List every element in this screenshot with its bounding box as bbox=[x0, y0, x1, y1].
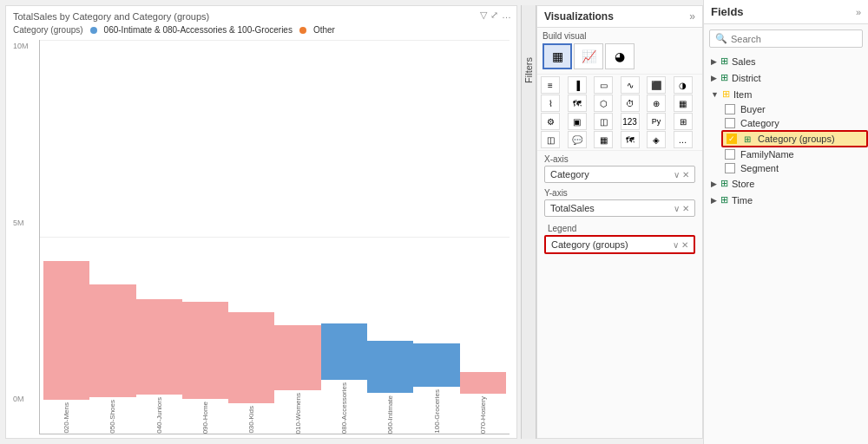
bar-100-groceries-label: 100-Groceries bbox=[433, 389, 441, 434]
segment-checkbox[interactable] bbox=[725, 163, 735, 173]
legend-label: Legend bbox=[544, 224, 695, 233]
viz-type-7[interactable]: ⌇ bbox=[541, 95, 560, 112]
field-familyname[interactable]: FamilyName bbox=[721, 147, 868, 161]
xaxis-clear[interactable]: ✕ bbox=[682, 170, 689, 180]
familyname-label: FamilyName bbox=[740, 149, 794, 160]
field-group-time-header[interactable]: ▶ ⊞ Time bbox=[704, 192, 868, 208]
field-group-sales-header[interactable]: ▶ ⊞ Sales bbox=[704, 53, 868, 69]
xaxis-dropdown[interactable]: Category ∨ ✕ bbox=[544, 166, 695, 183]
yaxis-clear[interactable]: ✕ bbox=[682, 204, 689, 213]
build-visual-section: Build visual ▦ 📈 ◕ bbox=[537, 28, 702, 75]
viz-expand-icon[interactable]: » bbox=[689, 10, 695, 23]
viz-type-9[interactable]: ⬡ bbox=[594, 95, 613, 112]
field-category-groups[interactable]: ✓ ⊞ Category (groups) bbox=[721, 130, 868, 147]
legend-chevron: ∨ bbox=[673, 240, 679, 250]
bar-010-womens-fill bbox=[274, 325, 320, 390]
filters-label: Filters bbox=[523, 57, 534, 83]
field-group-district-header[interactable]: ▶ ⊞ District bbox=[704, 69, 868, 86]
bar-100-groceries-fill bbox=[413, 343, 459, 387]
viz-type-5[interactable]: ⬛ bbox=[647, 76, 666, 94]
field-group-item-header[interactable]: ▼ ⊞ Item bbox=[704, 86, 868, 102]
bar-100-groceries: 100-Groceries bbox=[413, 343, 459, 434]
sales-label: Sales bbox=[732, 56, 756, 67]
bar-090-home-label: 090-Home bbox=[201, 402, 209, 434]
viz-icon-bar-active[interactable]: ▦ bbox=[542, 43, 572, 69]
viz-type-22[interactable]: 🗺 bbox=[621, 131, 640, 148]
district-table-icon: ⊞ bbox=[720, 72, 728, 83]
viz-main-icons: ▦ 📈 ◕ bbox=[542, 43, 697, 69]
viz-type-2[interactable]: ▐ bbox=[568, 76, 587, 94]
legend-section-wrapper: Legend Category (groups) ∨ ✕ bbox=[541, 220, 699, 258]
field-segment[interactable]: Segment bbox=[721, 161, 868, 175]
search-box[interactable]: 🔍 bbox=[709, 29, 863, 48]
bar-010-womens: 010-Womens bbox=[274, 325, 320, 434]
yaxis-dd-icons: ∨ ✕ bbox=[674, 204, 689, 213]
legend-clear[interactable]: ✕ bbox=[681, 240, 688, 250]
viz-type-17[interactable]: Py bbox=[647, 113, 666, 130]
familyname-checkbox[interactable] bbox=[725, 149, 735, 160]
viz-type-6[interactable]: ◑ bbox=[674, 76, 693, 94]
yaxis-value: TotalSales bbox=[550, 203, 595, 213]
field-buyer[interactable]: Buyer bbox=[721, 102, 868, 116]
viz-type-3[interactable]: ▭ bbox=[594, 76, 613, 94]
viz-panel: Visualizations » Build visual ▦ 📈 ◕ ≡ ▐ … bbox=[536, 5, 703, 439]
viz-type-4[interactable]: ∿ bbox=[621, 76, 640, 94]
fields-expand-icon[interactable]: » bbox=[856, 7, 861, 17]
y-label-5m: 5M bbox=[13, 219, 39, 227]
middle-section: Filters Visualizations » Build visual ▦ … bbox=[521, 5, 703, 439]
bar-060-intimate-label: 060-Intimate bbox=[386, 395, 394, 434]
yaxis-dropdown[interactable]: TotalSales ∨ ✕ bbox=[544, 199, 695, 217]
viz-icon-line[interactable]: 📈 bbox=[574, 43, 603, 69]
field-group-time: ▶ ⊞ Time bbox=[704, 192, 868, 208]
viz-type-16[interactable]: 123 bbox=[621, 113, 640, 130]
store-label: Store bbox=[732, 179, 754, 189]
item-table-icon: ⊞ bbox=[722, 88, 730, 100]
category-groups-table-icon: ⊞ bbox=[744, 134, 751, 144]
viz-type-20[interactable]: 💬 bbox=[568, 131, 587, 148]
bar-050-shoes-label: 050-Shoes bbox=[108, 400, 116, 434]
chart-body: 0M 5M 10M 020-Mens 050-Sho bbox=[13, 40, 510, 434]
more-icon[interactable]: … bbox=[502, 10, 511, 21]
category-groups-label: Category (groups) bbox=[758, 134, 835, 144]
field-group-store-header[interactable]: ▶ ⊞ Store bbox=[704, 175, 868, 192]
buyer-checkbox[interactable] bbox=[725, 104, 735, 114]
bar-080-accessories: 080-Accessories bbox=[321, 323, 367, 434]
viz-icon-pie[interactable]: ◕ bbox=[605, 43, 635, 69]
bar-020-mens: 020-Mens bbox=[43, 261, 89, 434]
viz-type-8[interactable]: 🗺 bbox=[568, 95, 587, 112]
legend-dot-orange bbox=[299, 27, 306, 34]
bar-040-juniors: 040-Juniors bbox=[136, 299, 182, 434]
field-category[interactable]: Category bbox=[721, 116, 868, 130]
expand-icon[interactable]: ⤢ bbox=[490, 10, 498, 21]
viz-type-14[interactable]: ▣ bbox=[568, 113, 587, 130]
viz-header: Visualizations » bbox=[537, 6, 702, 28]
bar-010-womens-label: 010-Womens bbox=[294, 393, 302, 434]
search-input[interactable] bbox=[731, 34, 857, 44]
category-groups-checkbox[interactable]: ✓ bbox=[727, 134, 737, 144]
viz-type-11[interactable]: ⊕ bbox=[647, 95, 666, 112]
category-checkbox[interactable] bbox=[725, 118, 735, 128]
legend-dot-blue bbox=[90, 27, 97, 34]
item-chevron: ▼ bbox=[711, 90, 719, 99]
time-label: Time bbox=[732, 195, 753, 206]
viz-type-15[interactable]: ◫ bbox=[594, 113, 613, 130]
viz-icons-grid: ≡ ▐ ▭ ∿ ⬛ ◑ ⌇ 🗺 ⬡ ⏱ ⊕ ▦ ⚙ ▣ ◫ 123 Py ⊞ bbox=[537, 75, 702, 151]
viz-type-13[interactable]: ⚙ bbox=[541, 113, 560, 130]
viz-type-12[interactable]: ▦ bbox=[674, 95, 693, 112]
y-label-0: 0M bbox=[13, 395, 39, 403]
chart-toolbar: ▽ ⤢ … bbox=[480, 10, 511, 21]
viz-type-1[interactable]: ≡ bbox=[541, 76, 560, 94]
viz-type-19[interactable]: ◫ bbox=[541, 131, 560, 148]
legend-dropdown[interactable]: Category (groups) ∨ ✕ bbox=[544, 235, 695, 254]
fields-title: Fields bbox=[711, 5, 744, 18]
segment-label: Segment bbox=[740, 163, 779, 173]
viz-type-21[interactable]: ▦ bbox=[594, 131, 613, 148]
yaxis-chevron: ∨ bbox=[674, 204, 680, 213]
filter-icon[interactable]: ▽ bbox=[480, 10, 487, 21]
filters-tab[interactable]: Filters bbox=[521, 5, 536, 439]
viz-type-18[interactable]: ⊞ bbox=[674, 113, 693, 130]
viz-type-24[interactable]: … bbox=[674, 131, 693, 148]
field-group-sales: ▶ ⊞ Sales bbox=[704, 53, 868, 69]
viz-type-23[interactable]: ◈ bbox=[647, 131, 666, 148]
viz-type-10[interactable]: ⏱ bbox=[621, 95, 640, 112]
